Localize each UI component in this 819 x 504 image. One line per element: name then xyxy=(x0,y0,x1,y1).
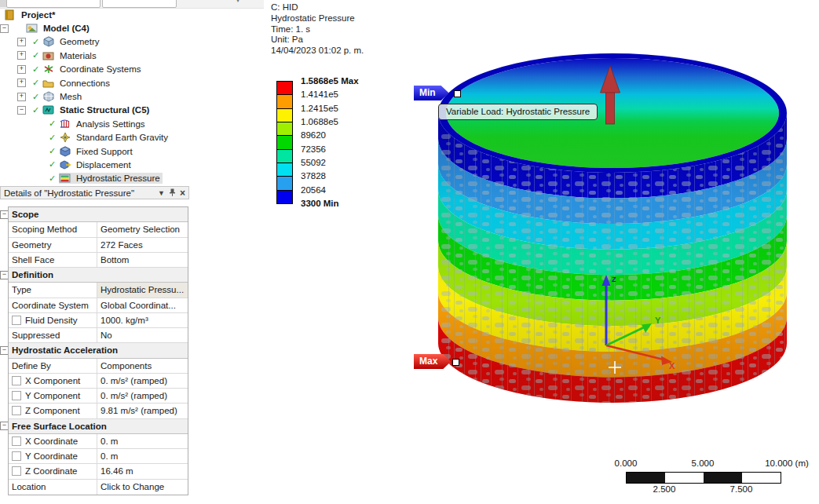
legend-swatch xyxy=(276,176,293,190)
scale-label-2-5: 2.500 xyxy=(653,484,676,494)
legend-value: 1.2415e5 xyxy=(301,104,338,113)
legend-swatch xyxy=(276,149,293,163)
legend-swatch xyxy=(276,190,293,204)
scale-label-0: 0.000 xyxy=(615,458,638,468)
scale-bar: 0.000 5.000 10.000 (m) 2.500 7.500 xyxy=(612,458,819,498)
scale-segment xyxy=(742,473,781,483)
scale-label-5: 5.000 xyxy=(692,458,715,468)
scale-segment xyxy=(627,473,665,483)
scale-ruler xyxy=(626,472,781,484)
legend-value: 20564 xyxy=(301,185,326,195)
legend-value: 72356 xyxy=(301,144,326,154)
result-time: Time: 1. s xyxy=(271,24,364,35)
max-anchor xyxy=(452,359,459,366)
legend-swatch xyxy=(276,163,293,177)
x-axis-label: X xyxy=(669,361,675,371)
result-info: C: HID Hydrostatic Pressure Time: 1. s U… xyxy=(271,2,364,57)
graphics-viewport[interactable]: Z Y X C: HID Hydrostatic Pressure Time: … xyxy=(264,0,819,504)
legend-value: 89620 xyxy=(301,130,326,140)
scale-segment xyxy=(704,473,742,483)
min-anchor xyxy=(454,90,461,97)
tank-3d-model[interactable]: Z Y X xyxy=(0,0,819,504)
y-axis-label: Y xyxy=(655,316,661,325)
result-title: C: HID xyxy=(271,2,364,13)
legend-value: 37828 xyxy=(301,171,326,181)
legend-swatch xyxy=(276,108,293,122)
legend-value: 1.4141e5 xyxy=(301,89,338,99)
contour-legend: 1.5868e5 Max1.4141e51.2415e51.0688e58962… xyxy=(276,81,293,204)
ansys-mechanical-window: ▾ Project*−Model (C4)+✓Geometry+✓Materia… xyxy=(0,0,819,504)
load-tooltip: Variable Load: Hydrostatic Pressure xyxy=(438,104,598,120)
legend-value: 1.5868e5 Max xyxy=(301,76,359,86)
scale-label-7-5: 7.500 xyxy=(730,484,753,494)
legend-value: 1.0688e5 xyxy=(301,117,338,126)
legend-swatch xyxy=(276,94,293,108)
z-axis-label: Z xyxy=(612,276,616,283)
result-subtitle: Hydrostatic Pressure xyxy=(271,13,364,24)
scale-label-10: 10.000 (m) xyxy=(765,458,809,468)
scale-segment xyxy=(665,473,704,483)
legend-swatch xyxy=(276,135,293,149)
legend-value: 55092 xyxy=(301,158,326,167)
legend-value: 3300 Min xyxy=(301,199,339,208)
max-tag: Max xyxy=(414,354,451,369)
result-date: 14/04/2023 01:02 p. m. xyxy=(271,46,364,57)
result-unit: Unit: Pa xyxy=(271,35,364,46)
legend-swatch xyxy=(276,81,293,95)
legend-swatch xyxy=(276,122,293,136)
